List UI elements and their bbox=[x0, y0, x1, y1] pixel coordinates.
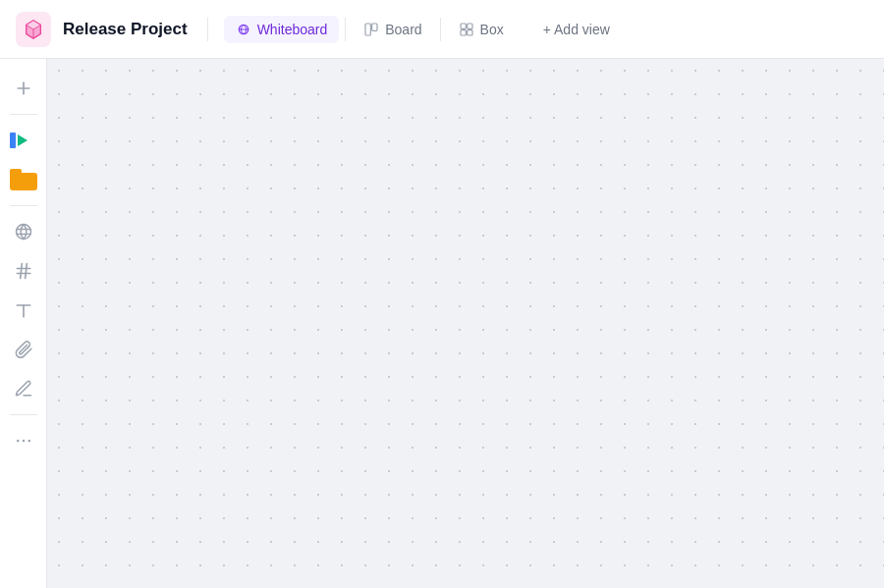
svg-rect-5 bbox=[461, 29, 466, 34]
attach-tool[interactable] bbox=[6, 332, 41, 367]
draw-tool[interactable] bbox=[6, 371, 41, 406]
header: Release Project Whiteboard bbox=[0, 0, 884, 59]
sidebar-separator-2 bbox=[10, 205, 37, 206]
whiteboard-canvas[interactable] bbox=[47, 59, 884, 588]
svg-rect-6 bbox=[467, 29, 471, 34]
svg-rect-4 bbox=[467, 24, 471, 28]
add-view-label: + Add view bbox=[543, 22, 610, 37]
nav-tabs: Whiteboard Board bbox=[224, 16, 516, 43]
tab-board-label: Board bbox=[385, 22, 421, 37]
svg-point-18 bbox=[28, 440, 30, 443]
svg-rect-3 bbox=[461, 24, 466, 28]
text-tool[interactable] bbox=[6, 293, 41, 328]
svg-rect-1 bbox=[365, 24, 370, 35]
sidebar-separator-1 bbox=[10, 114, 37, 115]
svg-line-12 bbox=[20, 264, 22, 279]
card-media-tool[interactable] bbox=[6, 123, 41, 158]
tab-box-label: Box bbox=[480, 22, 504, 37]
globe-tool[interactable] bbox=[6, 214, 41, 249]
svg-point-9 bbox=[16, 225, 30, 240]
header-divider bbox=[207, 18, 208, 41]
folder-preview bbox=[10, 169, 37, 190]
app-icon bbox=[16, 12, 51, 47]
canvas-dots-background bbox=[47, 59, 884, 588]
folder-tool[interactable] bbox=[6, 162, 41, 197]
sidebar bbox=[0, 59, 47, 588]
add-view-button[interactable]: + Add view bbox=[531, 16, 622, 43]
box-icon bbox=[459, 22, 474, 37]
whiteboard-icon bbox=[236, 22, 251, 37]
more-button[interactable] bbox=[6, 423, 41, 458]
card-media-preview bbox=[10, 131, 37, 150]
svg-line-13 bbox=[25, 264, 27, 279]
tab-board[interactable]: Board bbox=[352, 16, 433, 43]
tab-divider-2 bbox=[440, 18, 441, 41]
svg-rect-2 bbox=[372, 24, 377, 30]
main-layout bbox=[0, 59, 884, 588]
project-title: Release Project bbox=[63, 20, 188, 39]
svg-point-16 bbox=[16, 440, 19, 443]
tab-whiteboard-label: Whiteboard bbox=[257, 22, 328, 37]
tab-box[interactable]: Box bbox=[447, 16, 516, 43]
tab-whiteboard[interactable]: Whiteboard bbox=[224, 16, 340, 43]
svg-point-17 bbox=[22, 440, 25, 443]
board-icon bbox=[363, 22, 379, 37]
sidebar-separator-3 bbox=[10, 414, 37, 415]
hash-tool[interactable] bbox=[6, 253, 41, 289]
tab-divider-1 bbox=[345, 18, 346, 41]
add-button[interactable] bbox=[6, 71, 41, 106]
